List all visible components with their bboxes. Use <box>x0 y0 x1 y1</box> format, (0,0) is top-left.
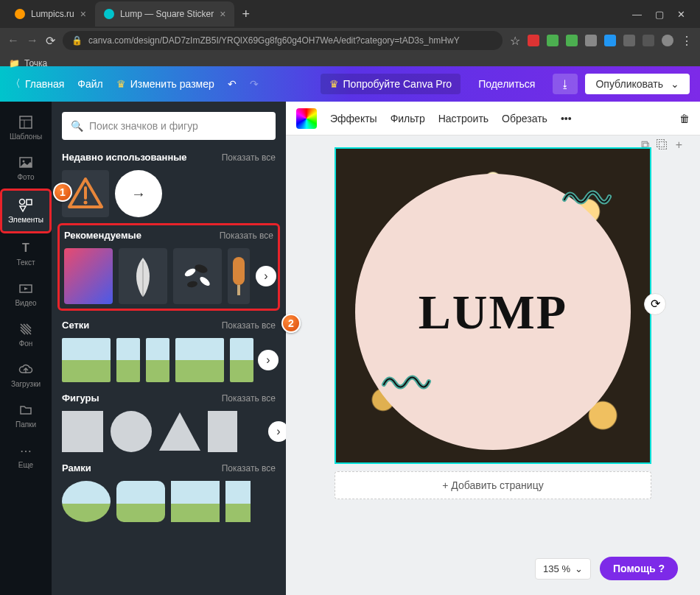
nav-templates[interactable]: Шаблоны <box>0 108 52 148</box>
zoom-control[interactable]: 135 % ⌄ <box>535 558 591 580</box>
extension-icon[interactable] <box>643 35 654 46</box>
minimize-icon[interactable]: — <box>632 9 642 20</box>
section-title: Рекомендуемые <box>64 230 141 241</box>
help-button[interactable]: Помощь ? <box>600 557 678 580</box>
frame-item[interactable] <box>171 481 220 522</box>
frame-item[interactable] <box>62 481 111 522</box>
show-all-link[interactable]: Показать все <box>220 230 273 241</box>
element-leaves[interactable] <box>173 248 222 304</box>
frame-item[interactable] <box>116 481 165 522</box>
menu-icon[interactable]: ⋮ <box>681 34 693 48</box>
shape-triangle[interactable] <box>159 412 200 451</box>
element-illustration-1[interactable] <box>64 248 113 304</box>
frame-item[interactable] <box>225 481 251 522</box>
download-button[interactable]: ⭳ <box>553 74 578 94</box>
grid-item[interactable] <box>62 338 111 382</box>
squiggle-element[interactable] <box>380 371 432 393</box>
avatar-icon[interactable] <box>662 35 673 46</box>
element-popsicle[interactable] <box>228 248 250 304</box>
resize-menu[interactable]: ♛ Изменить размер <box>116 78 214 90</box>
section-title: Сетки <box>62 320 89 331</box>
show-all-link[interactable]: Показать все <box>222 393 276 404</box>
carousel-next-button[interactable]: › <box>256 266 276 286</box>
address-bar: ← → ⟳ 🔒 canva.com/design/DAD7zImZB5I/YRQ… <box>0 28 700 53</box>
grid-item[interactable] <box>230 338 253 382</box>
add-page-button[interactable]: + Добавить страницу <box>335 471 651 499</box>
svg-rect-16 <box>237 285 240 295</box>
nav-uploads[interactable]: Загрузки <box>0 355 52 395</box>
search-input[interactable]: 🔍 Поиск значков и фигур <box>62 112 276 140</box>
favicon-icon <box>104 9 114 19</box>
carousel-next-button[interactable]: › <box>268 421 286 442</box>
share-button[interactable]: Поделиться <box>468 74 545 94</box>
grid-item[interactable] <box>116 338 140 382</box>
crop-button[interactable]: Обрезать <box>502 113 547 124</box>
home-button[interactable]: 〈 Главная <box>10 77 64 91</box>
extension-icon[interactable] <box>528 35 539 46</box>
sticker-text[interactable]: LUMP <box>419 284 567 340</box>
more-button[interactable]: ••• <box>561 113 572 124</box>
back-icon[interactable]: ← <box>7 34 19 47</box>
new-tab-button[interactable]: + <box>234 7 257 22</box>
bookmark-folder[interactable]: Точка <box>24 58 47 68</box>
adjust-button[interactable]: Настроить <box>438 113 489 124</box>
shape-circle[interactable] <box>111 411 152 452</box>
extension-icon[interactable] <box>585 35 597 46</box>
extension-icon[interactable] <box>604 35 616 46</box>
url-input[interactable]: 🔒 canva.com/design/DAD7zImZB5I/YRQlX69Gg… <box>63 31 503 50</box>
section-title: Недавно использованные <box>62 152 187 163</box>
app-bar: 〈 Главная Файл ♛ Изменить размер ↶ ↷ ♛ П… <box>0 66 700 102</box>
nav-photos[interactable]: Фото <box>0 148 52 189</box>
nav-video[interactable]: Видео <box>0 274 52 314</box>
color-picker[interactable] <box>296 108 317 129</box>
section-title: Фигуры <box>62 392 99 404</box>
grid-item[interactable] <box>146 338 169 382</box>
shape-square[interactable] <box>62 411 103 452</box>
tab-lumpics[interactable]: Lumpics.ru × <box>6 1 95 27</box>
search-icon: 🔍 <box>71 120 83 132</box>
close-window-icon[interactable]: ✕ <box>677 9 685 20</box>
bookmark-star-icon[interactable]: ☆ <box>510 34 520 48</box>
forward-icon[interactable]: → <box>27 34 38 47</box>
recent-item-arrow[interactable]: → <box>115 170 162 217</box>
carousel-next-button[interactable]: › <box>258 350 279 370</box>
filter-button[interactable]: Фильтр <box>391 113 425 124</box>
extension-icon[interactable] <box>566 35 578 46</box>
close-icon[interactable]: × <box>220 8 225 20</box>
effects-button[interactable]: Эффекты <box>330 113 377 124</box>
nav-background[interactable]: Фон <box>0 314 52 355</box>
maximize-icon[interactable]: ▢ <box>655 9 664 20</box>
nav-text[interactable]: T Текст <box>0 233 52 274</box>
svg-point-12 <box>194 263 209 275</box>
squiggle-element[interactable] <box>561 186 612 208</box>
file-menu[interactable]: Файл <box>77 78 102 90</box>
nav-more[interactable]: ⋯ Еще <box>0 436 52 476</box>
close-icon[interactable]: × <box>80 8 86 20</box>
delete-icon[interactable]: 🗑 <box>679 113 690 124</box>
rotate-handle[interactable]: ⟳ <box>644 293 666 315</box>
tabs-bar: Lumpics.ru × Lump — Square Sticker × + —… <box>0 0 700 28</box>
folder-icon <box>18 403 33 418</box>
undo-icon[interactable]: ↶ <box>228 78 237 90</box>
add-page-icon[interactable]: + <box>676 138 682 152</box>
show-all-link[interactable]: Показать все <box>222 463 276 473</box>
element-feather[interactable] <box>119 248 167 304</box>
copy-page-icon[interactable]: ⿻ <box>657 138 668 152</box>
tab-canva[interactable]: Lump — Square Sticker × <box>95 1 235 27</box>
redo-icon[interactable]: ↷ <box>250 78 259 90</box>
publish-button[interactable]: Опубликовать ⌄ <box>585 74 690 94</box>
reload-icon[interactable]: ⟳ <box>46 34 55 48</box>
nav-elements[interactable]: Элементы <box>0 189 52 233</box>
show-all-link[interactable]: Показать все <box>222 320 276 331</box>
show-all-link[interactable]: Показать все <box>222 152 276 163</box>
extension-icon[interactable] <box>547 35 559 46</box>
grid-item[interactable] <box>175 338 224 382</box>
sticker-circle[interactable]: LUMP <box>355 174 631 450</box>
design-canvas[interactable]: LUMP ⟳ <box>335 147 651 464</box>
try-pro-button[interactable]: ♛ Попробуйте Canva Pro <box>321 74 461 94</box>
section-frames: Рамки Показать все <box>62 462 276 522</box>
extension-icon[interactable] <box>623 35 635 46</box>
shape-square[interactable] <box>208 411 237 452</box>
templates-icon <box>18 115 33 130</box>
nav-folders[interactable]: Папки <box>0 395 52 436</box>
